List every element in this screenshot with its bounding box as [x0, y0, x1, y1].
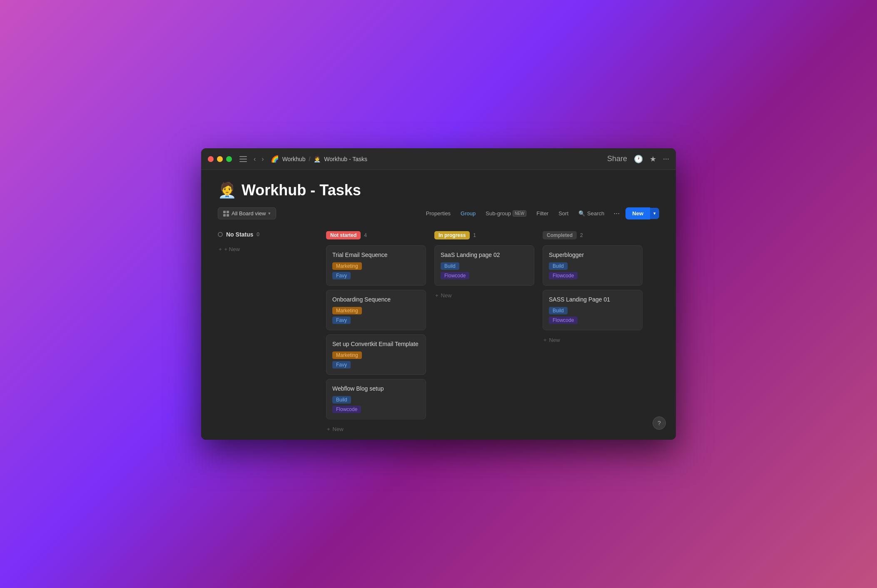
column-completed: Completed 2 Superblogger Build Flowcode …: [543, 229, 643, 346]
new-button-group: New ▾: [625, 207, 659, 219]
help-button[interactable]: ?: [653, 416, 666, 430]
more-options-icon[interactable]: ···: [663, 154, 669, 163]
search-icon: 🔍: [578, 210, 585, 217]
card-title: SASS Landing Page 01: [549, 296, 636, 303]
group-button[interactable]: Group: [457, 208, 479, 219]
card-superblogger[interactable]: Superblogger Build Flowcode: [543, 245, 643, 286]
card-title: Webflow Blog setup: [332, 385, 420, 392]
add-icon: +: [543, 337, 547, 343]
card-tags: Marketing Favy: [332, 262, 420, 279]
add-new-completed[interactable]: + New: [543, 334, 643, 346]
breadcrumb-home[interactable]: Workhub: [282, 156, 306, 162]
tag-build: Build: [441, 262, 459, 270]
clock-icon[interactable]: 🕐: [634, 154, 643, 164]
sort-label: Sort: [558, 210, 568, 217]
breadcrumb-page[interactable]: Workhub - Tasks: [324, 156, 367, 162]
status-dot-no-status: [218, 232, 223, 237]
subgroup-label: Sub-group: [486, 210, 511, 217]
tag-flowcode: Flowcode: [332, 406, 361, 413]
add-label: New: [549, 337, 560, 343]
add-new-in-progress[interactable]: + New: [434, 290, 534, 301]
tag-flowcode: Flowcode: [549, 272, 578, 279]
new-button[interactable]: New: [625, 207, 650, 219]
menu-icon[interactable]: [239, 156, 247, 162]
col-header-in-progress: In progress 1: [434, 229, 534, 241]
toolbar-right: Properties Group Sub-group NEW Filter: [423, 207, 659, 219]
add-icon: +: [219, 246, 222, 252]
tag-favy: Favy: [332, 272, 351, 279]
board-view-icon: [223, 211, 229, 217]
column-in-progress: In progress 1 SaaS Landing page 02 Build…: [434, 229, 534, 301]
close-button[interactable]: [208, 156, 214, 162]
search-label: Search: [587, 210, 604, 217]
breadcrumb: 🌈 Workhub / 🧑‍💼 Workhub - Tasks: [271, 155, 602, 163]
subgroup-button[interactable]: Sub-group NEW: [482, 208, 530, 219]
card-title: SaaS Landing page 02: [441, 252, 528, 258]
toolbar: All Board view ▾ Properties Group Sub-gr…: [218, 207, 659, 219]
new-label: New: [632, 210, 643, 217]
card-trial-email[interactable]: Trial Email Sequence Marketing Favy: [326, 245, 426, 286]
card-title: Onboarding Sequence: [332, 296, 420, 303]
col-header-completed: Completed 2: [543, 229, 643, 241]
page-emoji: 🧑‍💼: [218, 182, 237, 199]
forward-button[interactable]: ›: [260, 154, 265, 164]
page-title: Workhub - Tasks: [242, 182, 361, 199]
view-chevron: ▾: [268, 211, 271, 216]
add-new-not-started[interactable]: + New: [326, 424, 426, 435]
add-icon: +: [435, 292, 438, 299]
back-button[interactable]: ‹: [252, 154, 257, 164]
col-count-completed: 2: [580, 232, 583, 238]
col-count-in-progress: 1: [473, 232, 476, 238]
add-label: New: [333, 426, 344, 432]
page-title-row: 🧑‍💼 Workhub - Tasks: [218, 182, 659, 199]
column-no-status: No Status 0 + + New: [218, 229, 318, 255]
add-new-no-status[interactable]: + + New: [218, 244, 318, 255]
properties-button[interactable]: Properties: [423, 208, 454, 219]
breadcrumb-separator: /: [309, 156, 310, 162]
titlebar-actions: Share 🕐 ★ ···: [607, 154, 669, 164]
search-button[interactable]: 🔍 Search: [575, 208, 608, 219]
new-button-caret[interactable]: ▾: [650, 208, 659, 219]
col-header-no-status: No Status 0: [218, 229, 318, 239]
tag-marketing: Marketing: [332, 307, 362, 314]
card-title: Trial Email Sequence: [332, 252, 420, 258]
minimize-button[interactable]: [217, 156, 223, 162]
view-label: All Board view: [232, 210, 266, 217]
card-convertkit[interactable]: Set up Convertkit Email Template Marketi…: [326, 334, 426, 375]
maximize-button[interactable]: [226, 156, 232, 162]
status-badge-in-progress: In progress: [434, 231, 470, 239]
window-inner: 🧑‍💼 Workhub - Tasks All Board view ▾: [201, 170, 676, 440]
nav-arrows: ‹ ›: [252, 154, 266, 164]
card-title: Superblogger: [549, 252, 636, 258]
column-not-started: Not started 4 Trial Email Sequence Marke…: [326, 229, 426, 435]
add-label: New: [441, 292, 452, 299]
more-options-button[interactable]: ···: [611, 208, 622, 219]
tag-marketing: Marketing: [332, 262, 362, 270]
sort-button[interactable]: Sort: [555, 208, 572, 219]
col-title-no-status: No Status: [226, 231, 253, 238]
board: No Status 0 + + New Not started 4: [201, 224, 676, 440]
card-tags: Build Flowcode: [441, 262, 528, 279]
subgroup-badge: NEW: [513, 210, 526, 217]
filter-button[interactable]: Filter: [533, 208, 552, 219]
card-saas-landing[interactable]: SaaS Landing page 02 Build Flowcode: [434, 245, 534, 286]
help-icon: ?: [658, 420, 661, 426]
col-header-not-started: Not started 4: [326, 229, 426, 241]
share-button[interactable]: Share: [607, 154, 627, 163]
status-badge-not-started: Not started: [326, 231, 361, 239]
page-header: 🧑‍💼 Workhub - Tasks All Board view ▾: [201, 170, 676, 224]
tag-favy: Favy: [332, 316, 351, 324]
card-sass-landing[interactable]: SASS Landing Page 01 Build Flowcode: [543, 290, 643, 330]
filter-label: Filter: [536, 210, 548, 217]
card-onboarding[interactable]: Onboarding Sequence Marketing Favy: [326, 290, 426, 330]
star-icon[interactable]: ★: [650, 154, 656, 164]
card-tags: Marketing Favy: [332, 307, 420, 324]
card-webflow[interactable]: Webflow Blog setup Build Flowcode: [326, 379, 426, 419]
caret-down-icon: ▾: [653, 211, 656, 216]
add-label: + New: [224, 246, 240, 252]
view-selector[interactable]: All Board view ▾: [218, 207, 276, 219]
card-tags: Build Flowcode: [549, 262, 636, 279]
tag-flowcode: Flowcode: [549, 316, 578, 324]
app-window: ‹ › 🌈 Workhub / 🧑‍💼 Workhub - Tasks Shar…: [201, 148, 676, 440]
card-tags: Build Flowcode: [332, 396, 420, 413]
